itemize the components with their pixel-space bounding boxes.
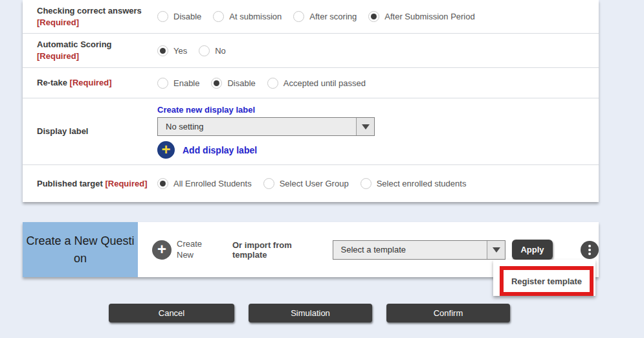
published-target-radio-group: All Enrolled StudentsSelect User GroupSe… — [157, 178, 599, 189]
radio-option-label: At submission — [229, 12, 282, 21]
radio-selected-icon[interactable] — [157, 45, 168, 56]
radio-unselected-icon[interactable] — [267, 78, 278, 89]
radio-option-label: After scoring — [309, 12, 357, 21]
radio-option-label: Disable — [173, 12, 201, 21]
radio-option-label: Select User Group — [280, 179, 349, 188]
template-select[interactable]: Select a template — [333, 240, 506, 260]
register-template-highlight-box: Register template — [500, 266, 594, 296]
vertical-dots-icon[interactable] — [581, 241, 599, 259]
row-checking-correct-answers: Checking correct answers [Required] Disa… — [23, 0, 599, 34]
radio-unselected-icon[interactable] — [361, 178, 372, 189]
radio-option[interactable]: Disable — [157, 11, 201, 22]
radio-option[interactable]: No — [199, 45, 226, 56]
radio-option[interactable]: After scoring — [293, 11, 357, 22]
row-retake: Re-take [Required] EnableDisableAccepted… — [23, 68, 599, 98]
section-title-create-new-question: Create a New Question — [23, 222, 138, 277]
plus-icon: + — [157, 141, 175, 159]
triangle-down-icon[interactable] — [487, 241, 505, 259]
import-from-template-label: Or import from template — [232, 240, 329, 260]
radio-unselected-icon[interactable] — [199, 45, 210, 56]
required-badge: [Required] — [37, 51, 79, 61]
radio-option-label: Disable — [227, 78, 255, 88]
required-badge: [Required] — [70, 78, 112, 87]
display-label-select-value: No setting — [158, 118, 356, 135]
radio-option[interactable]: All Enrolled Students — [157, 178, 252, 189]
add-display-label-label: Add display label — [183, 145, 257, 155]
radio-unselected-icon[interactable] — [157, 78, 168, 89]
radio-selected-icon[interactable] — [211, 78, 222, 89]
row-label-published-target: Published target [Required] — [23, 178, 157, 190]
row-label-automatic-scoring: Automatic Scoring [Required] — [23, 39, 157, 62]
page: Checking correct answers [Required] Disa… — [0, 0, 644, 338]
radio-option[interactable]: At submission — [213, 11, 282, 22]
triangle-down-icon[interactable] — [356, 118, 374, 135]
add-display-label-button[interactable]: + Add display label — [157, 141, 599, 159]
row-label-retake: Re-take [Required] — [23, 77, 157, 89]
field-label: Display label — [37, 126, 88, 136]
checking-correct-answers-radio-group: DisableAt submissionAfter scoringAfter S… — [157, 11, 599, 22]
radio-option[interactable]: Select User Group — [263, 178, 349, 189]
radio-option[interactable]: Select enrolled students — [361, 178, 467, 189]
row-label-checking-correct-answers: Checking correct answers [Required] — [23, 5, 157, 28]
row-label-display-label: Display label — [23, 126, 157, 137]
radio-option[interactable]: Enable — [157, 78, 199, 89]
radio-option-label: All Enrolled Students — [173, 179, 252, 188]
exam-settings-form: Checking correct answers [Required] Disa… — [23, 0, 599, 202]
field-label: Re-take — [37, 78, 67, 87]
radio-option-label: After Submission Period — [384, 12, 474, 21]
radio-option-label: Enable — [173, 78, 199, 88]
field-label: Checking correct answers — [37, 6, 142, 16]
confirm-button[interactable]: Confirm — [386, 304, 510, 322]
radio-selected-icon[interactable] — [368, 11, 379, 22]
retake-radio-group: EnableDisableAccepted until passed — [157, 78, 599, 89]
apply-button[interactable]: Apply — [512, 240, 553, 260]
row-display-label: Display label Create new display label N… — [23, 98, 599, 165]
radio-option[interactable]: Accepted until passed — [267, 78, 366, 89]
radio-unselected-icon[interactable] — [263, 178, 274, 189]
automatic-scoring-radio-group: YesNo — [157, 45, 599, 56]
create-new-button[interactable]: + Create New — [152, 239, 210, 261]
radio-unselected-icon[interactable] — [213, 11, 224, 22]
radio-option-label: Yes — [173, 46, 187, 56]
field-label: Published target — [37, 179, 103, 188]
radio-option-label: No — [215, 46, 226, 56]
field-label: Automatic Scoring — [37, 39, 112, 49]
plus-icon: + — [152, 240, 172, 260]
template-select-value: Select a template — [333, 241, 487, 259]
radio-option[interactable]: After Submission Period — [368, 11, 474, 22]
footer-buttons: Cancel Simulation Confirm — [109, 304, 510, 322]
required-badge: [Required] — [37, 17, 79, 27]
cancel-button[interactable]: Cancel — [109, 304, 234, 322]
radio-unselected-icon[interactable] — [293, 11, 304, 22]
simulation-button[interactable]: Simulation — [249, 304, 372, 322]
create-new-display-label-link[interactable]: Create new display label — [157, 105, 255, 115]
radio-option-label: Select enrolled students — [377, 179, 467, 188]
required-badge: [Required] — [105, 179, 147, 188]
radio-option[interactable]: Disable — [211, 78, 255, 89]
register-template-menu-item[interactable]: Register template — [511, 276, 582, 286]
row-published-target: Published target [Required] All Enrolled… — [23, 165, 599, 202]
radio-unselected-icon[interactable] — [157, 11, 168, 22]
row-automatic-scoring: Automatic Scoring [Required] YesNo — [23, 34, 599, 68]
radio-option[interactable]: Yes — [157, 45, 187, 56]
radio-selected-icon[interactable] — [157, 178, 168, 189]
display-label-select[interactable]: No setting — [157, 117, 375, 136]
create-new-label: Create New — [177, 239, 210, 261]
radio-option-label: Accepted until passed — [283, 78, 366, 88]
